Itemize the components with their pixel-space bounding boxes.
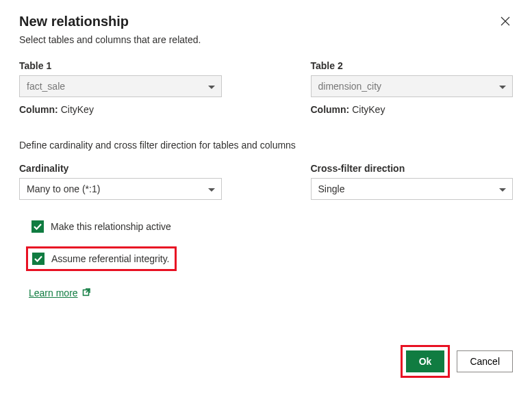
external-link-icon — [82, 287, 90, 298]
table2-select[interactable]: dimension_city — [311, 75, 514, 97]
dialog-footer: Ok Cancel — [19, 345, 513, 378]
table2-label: Table 2 — [311, 60, 514, 71]
crossfilter-label: Cross-filter direction — [311, 163, 514, 174]
close-icon — [501, 16, 510, 28]
table1-select[interactable]: fact_sale — [19, 75, 222, 97]
referential-integrity-checkbox-row[interactable]: Assume referential integrity. — [26, 246, 177, 271]
new-relationship-dialog: New relationship Select tables and colum… — [0, 0, 532, 397]
dialog-title: New relationship — [19, 14, 129, 29]
referential-integrity-label: Assume referential integrity. — [51, 253, 169, 264]
table2-column: Column: CityKey — [311, 104, 514, 115]
cardinality-select[interactable]: Many to one (*:1) — [19, 178, 222, 200]
make-active-label: Make this relationship active — [51, 221, 171, 232]
ok-button[interactable]: Ok — [406, 350, 445, 372]
crossfilter-select[interactable]: Single — [311, 178, 514, 200]
learn-more-link[interactable]: Learn more — [29, 287, 90, 298]
table1-column: Column: CityKey — [19, 104, 222, 115]
dialog-subtitle: Select tables and columns that are relat… — [19, 34, 513, 45]
table1-label: Table 1 — [19, 60, 222, 71]
make-active-checkbox-row[interactable]: Make this relationship active — [29, 219, 174, 234]
checkbox-checked-icon — [31, 220, 44, 233]
cardinality-section-msg: Define cardinality and cross filter dire… — [19, 140, 513, 151]
cancel-button[interactable]: Cancel — [457, 350, 513, 372]
ok-button-highlight: Ok — [401, 345, 451, 378]
checkbox-checked-icon — [32, 253, 45, 265]
cardinality-label: Cardinality — [19, 163, 222, 174]
close-button[interactable] — [498, 14, 513, 30]
